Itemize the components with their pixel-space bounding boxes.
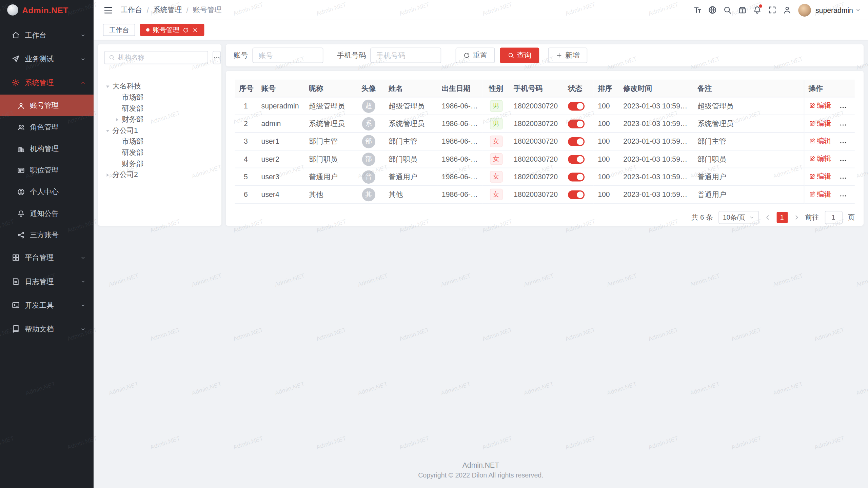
edit-label: 编辑 <box>817 171 831 181</box>
sidebar-subitem-personal-center[interactable]: 个人中心 <box>0 181 94 203</box>
tree-node-label: 分公司1 <box>112 126 138 136</box>
tree-node[interactable]: 研发部 <box>104 103 215 114</box>
tab-workbench[interactable]: 工作台 <box>103 24 135 36</box>
org-search-input[interactable] <box>118 54 204 61</box>
status-toggle[interactable] <box>568 119 585 128</box>
more-actions-button[interactable] <box>839 174 847 182</box>
edit-button[interactable]: 编辑 <box>808 189 831 199</box>
footer-copyright: Copyright © 2022 Dilon All rights reserv… <box>98 471 864 479</box>
phone-input[interactable] <box>370 47 441 63</box>
menu-item-label: 帮助文档 <box>25 324 54 334</box>
account-icon[interactable] <box>780 3 794 17</box>
more-actions-button[interactable] <box>839 139 847 146</box>
cell-birthdate: 1986-06-28 <box>437 150 483 168</box>
more-actions-button[interactable] <box>839 121 847 129</box>
sidebar-item-log-management[interactable]: 日志管理 <box>0 269 94 293</box>
sidebar-item-business-test[interactable]: 业务测试 <box>0 47 94 71</box>
pagination-prev-button[interactable] <box>764 214 771 221</box>
edit-button[interactable]: 编辑 <box>808 171 831 181</box>
account-input[interactable] <box>252 47 323 63</box>
share-icon <box>17 231 25 239</box>
edit-icon <box>808 138 815 145</box>
cell-order: 100 <box>593 168 619 186</box>
cell-seq: 3 <box>235 133 257 150</box>
tab-label: 工作台 <box>109 25 129 35</box>
sidebar-subitem-position-management[interactable]: 职位管理 <box>0 159 94 181</box>
reset-button[interactable]: 重置 <box>456 47 495 63</box>
more-actions-button[interactable] <box>839 192 847 200</box>
org-more-button[interactable] <box>213 51 221 64</box>
query-buttons: 重置 查询 新增 <box>456 47 588 63</box>
sidebar-item-system-management[interactable]: 系统管理 <box>0 71 94 95</box>
more-actions-button[interactable] <box>839 157 847 164</box>
language-icon[interactable] <box>705 3 719 17</box>
tree-node[interactable]: 分公司1 <box>104 125 215 136</box>
breadcrumb-item-workbench[interactable]: 工作台 <box>121 5 142 15</box>
status-toggle[interactable] <box>568 190 585 199</box>
status-toggle[interactable] <box>568 137 585 146</box>
cell-status <box>564 150 593 168</box>
sidebar-subitem-org-management[interactable]: 机构管理 <box>0 138 94 160</box>
tree-node[interactable]: 财务部 <box>104 114 215 125</box>
pagination-page-1[interactable]: 1 <box>776 212 788 223</box>
cell-account: admin <box>257 115 304 133</box>
tree-node[interactable]: 分公司2 <box>104 169 215 181</box>
logo[interactable]: Admin.NET <box>0 0 94 20</box>
search-button[interactable]: 查询 <box>500 47 539 63</box>
cell-account: user1 <box>257 133 304 150</box>
chevron-down-icon <box>80 279 86 284</box>
pagination-next-button[interactable] <box>793 214 800 221</box>
sidebar-item-help-docs[interactable]: 帮助文档 <box>0 317 94 341</box>
caret-right-icon <box>104 172 111 178</box>
sidebar-subitem-notice[interactable]: 通知公告 <box>0 203 94 224</box>
main-column: 工作台 / 系统管理 / 账号管理 superadmin <box>94 0 868 488</box>
username[interactable]: superadmin <box>815 6 853 14</box>
grid-icon <box>12 253 20 262</box>
sidebar-item-dev-tools[interactable]: 开发工具 <box>0 293 94 317</box>
tree-node-label: 财务部 <box>122 115 143 124</box>
page-goto-input[interactable] <box>825 211 842 224</box>
sidebar-subitem-third-party-account[interactable]: 三方账号 <box>0 224 94 246</box>
tree-node[interactable]: 财务部 <box>104 158 215 169</box>
add-button[interactable]: 新增 <box>548 47 587 63</box>
edit-button[interactable]: 编辑 <box>808 136 831 146</box>
cell-avatar: 普 <box>353 168 384 186</box>
notification-bell-button[interactable] <box>750 3 764 17</box>
sidebar-subitem-account-management[interactable]: 账号管理 <box>0 95 94 116</box>
fullscreen-icon[interactable] <box>765 3 779 17</box>
phone-label: 手机号码 <box>337 50 366 60</box>
tree-node[interactable]: 大名科技 <box>104 81 215 92</box>
search-icon <box>108 54 115 61</box>
edit-button[interactable]: 编辑 <box>808 154 831 164</box>
column-header-name: 姓名 <box>384 80 437 97</box>
tree-node[interactable]: 研发部 <box>104 147 215 158</box>
cell-phone: 18020030720 <box>509 115 564 133</box>
tab-refresh-icon[interactable] <box>183 27 189 33</box>
caret-down-icon <box>104 83 111 89</box>
org-search-box[interactable] <box>104 51 208 64</box>
tree-node[interactable]: 市场部 <box>104 136 215 147</box>
status-toggle[interactable] <box>568 102 585 110</box>
font-size-icon[interactable] <box>690 3 705 17</box>
edit-label: 编辑 <box>817 136 831 146</box>
page-size-select[interactable]: 10条/页 <box>718 211 759 224</box>
user-avatar[interactable] <box>798 4 811 17</box>
tree-node[interactable]: 市场部 <box>104 92 215 103</box>
user-menu-chevron-icon[interactable] <box>855 7 861 13</box>
status-toggle[interactable] <box>568 172 585 181</box>
breadcrumb-item-system-management[interactable]: 系统管理 <box>153 5 182 15</box>
footer-app-name: Admin.NET <box>98 461 864 469</box>
sidebar-item-platform-management[interactable]: 平台管理 <box>0 246 94 269</box>
tab-account-management[interactable]: 账号管理 <box>140 24 204 36</box>
hamburger-menu-icon[interactable] <box>101 3 115 17</box>
status-toggle[interactable] <box>568 155 585 164</box>
theme-icon[interactable] <box>735 3 749 17</box>
global-search-icon[interactable] <box>720 3 734 17</box>
edit-button[interactable]: 编辑 <box>808 101 831 110</box>
edit-button[interactable]: 编辑 <box>808 119 831 128</box>
tab-close-icon[interactable] <box>192 27 198 33</box>
more-actions-button[interactable] <box>839 103 847 111</box>
sidebar-item-workbench[interactable]: 工作台 <box>0 23 94 47</box>
table-card: 序号 账号 昵称 头像 姓名 出生日期 性别 手机号码 状态 排序 <box>226 71 864 226</box>
sidebar-subitem-role-management[interactable]: 角色管理 <box>0 116 94 138</box>
